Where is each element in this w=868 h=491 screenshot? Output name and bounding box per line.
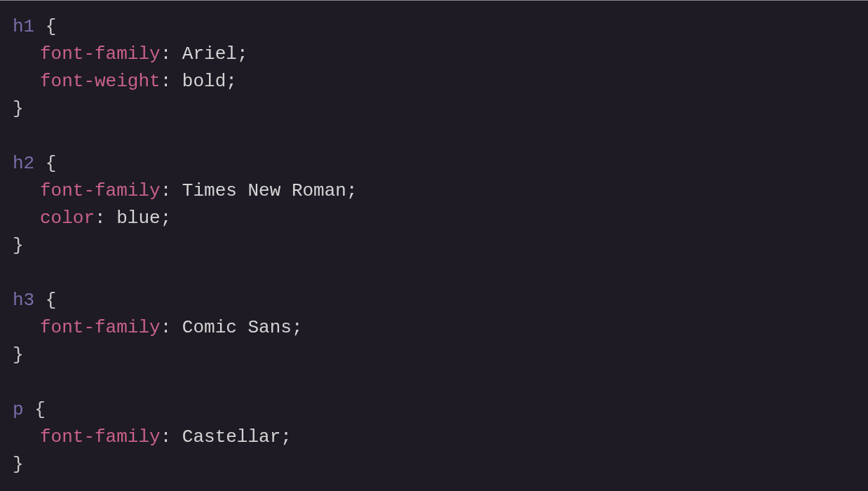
code-line: color: blue; — [13, 205, 855, 232]
css-value: Comic Sans — [182, 317, 292, 338]
css-value: Castellar — [182, 426, 280, 448]
css-property: color — [40, 208, 95, 229]
semicolon: ; — [292, 317, 303, 338]
css-value: blue — [116, 208, 160, 229]
css-property: font-weight — [40, 71, 161, 92]
open-brace: { — [46, 16, 57, 37]
css-property: font-family — [40, 180, 161, 201]
code-line-empty — [13, 260, 855, 287]
code-line: } — [13, 95, 855, 123]
code-line: font-family: Times New Roman; — [13, 177, 855, 205]
css-property: font-family — [40, 43, 161, 65]
open-brace: { — [46, 290, 57, 311]
code-line: p { — [13, 396, 855, 424]
css-selector: h3 — [13, 290, 34, 311]
close-brace: } — [13, 454, 24, 475]
css-value: Ariel — [182, 43, 237, 65]
close-brace: } — [13, 98, 24, 119]
css-selector: h2 — [13, 153, 34, 174]
colon: : — [161, 317, 172, 338]
code-line: } — [13, 342, 855, 369]
colon: : — [161, 426, 172, 448]
colon: : — [161, 43, 172, 65]
code-line: font-family: Comic Sans; — [13, 314, 855, 342]
code-line: font-family: Ariel; — [13, 41, 855, 68]
close-brace: } — [13, 235, 24, 256]
code-line: h3 { — [13, 287, 855, 314]
colon: : — [161, 71, 172, 92]
css-selector: p — [13, 399, 24, 420]
code-line: } — [13, 451, 855, 478]
semicolon: ; — [226, 71, 237, 92]
css-property: font-family — [40, 317, 161, 338]
close-brace: } — [13, 344, 24, 365]
semicolon: ; — [346, 180, 358, 201]
code-line: h1 { — [13, 13, 855, 41]
colon: : — [161, 180, 172, 201]
semicolon: ; — [280, 426, 292, 448]
code-line: } — [13, 232, 855, 260]
open-brace: { — [34, 399, 46, 420]
semicolon: ; — [161, 208, 172, 229]
colon: : — [95, 208, 106, 229]
code-line: h2 { — [13, 150, 855, 177]
code-line: font-weight: bold; — [13, 68, 855, 95]
code-line-empty — [13, 369, 855, 396]
code-editor[interactable]: h1 { font-family: Ariel; font-weight: bo… — [13, 13, 855, 478]
code-line-empty — [13, 123, 855, 150]
open-brace: { — [46, 153, 57, 174]
css-value: Times New Roman — [182, 180, 346, 201]
css-property: font-family — [40, 426, 161, 448]
code-line: font-family: Castellar; — [13, 424, 855, 451]
semicolon: ; — [237, 43, 248, 65]
css-value: bold — [182, 71, 226, 92]
css-selector: h1 — [13, 16, 34, 37]
